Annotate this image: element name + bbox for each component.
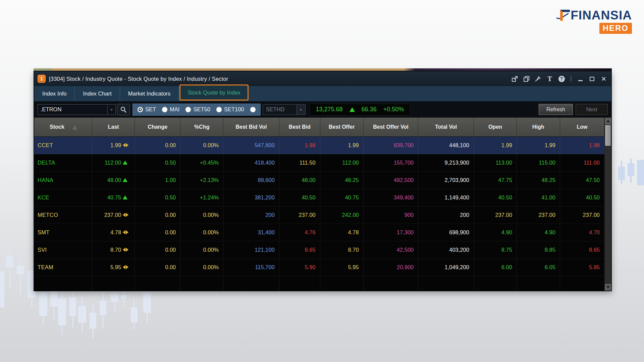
table-row-ccet[interactable]: CCET1.990.000.00%547,8001.981.99839,7004… — [34, 136, 604, 154]
filter-toolbar: .ETRON ˅ SETMAISET50SET100 SETHD ˅ 13,27… — [34, 102, 611, 118]
table-header-row: Stock△LastChange%ChgBest Bid VolBest Bid… — [34, 118, 604, 136]
tab-index-info[interactable]: Index Info — [34, 86, 75, 101]
cell-last: 237.00 — [92, 206, 135, 224]
radio-label: MAI — [170, 106, 179, 113]
close-icon[interactable]: ✕ — [600, 75, 607, 82]
cell-pct-chg: 0.00% — [180, 136, 223, 154]
empty-filler-row — [34, 276, 604, 291]
column-header-best-bid-vol[interactable]: Best Bid Vol — [223, 118, 279, 136]
table-row-smt[interactable]: SMT4.780.000.00%31,4004.764.7817,300698,… — [34, 224, 604, 241]
cell-best-bid: 4.76 — [279, 224, 320, 241]
pin-icon[interactable] — [535, 75, 541, 82]
table-row-delta[interactable]: DELTA112.000.50+0.45%418,400111.50112.00… — [34, 154, 604, 171]
cell-total-vol: 200 — [418, 206, 474, 224]
column-header-total-vol[interactable]: Total Vol — [418, 118, 474, 136]
column-header-open[interactable]: Open — [474, 118, 517, 136]
cell-open: 113.00 — [474, 154, 517, 171]
refresh-button[interactable]: Refresh — [539, 104, 573, 115]
market-radio-group: SETMAISET50SET100 — [132, 104, 261, 116]
cell-change: 0.00 — [135, 258, 180, 276]
popout-icon[interactable] — [511, 75, 518, 82]
cell-best-bid-vol: 121,100 — [223, 241, 279, 258]
cell-total-vol: 403,200 — [418, 241, 474, 258]
text-size-icon[interactable]: T — [546, 75, 553, 82]
maximize-icon[interactable] — [589, 75, 595, 82]
next-button[interactable]: Next — [576, 104, 608, 115]
cell-best-offer: 48.25 — [320, 171, 363, 189]
cell-high: 41.00 — [517, 189, 560, 206]
table-row-team[interactable]: TEAM5.950.000.00%115,7005.905.9520,9001,… — [34, 258, 604, 276]
candlestick-decoration — [17, 254, 24, 295]
chevron-down-icon[interactable]: ˅ — [107, 105, 115, 115]
scroll-up-button[interactable] — [605, 118, 611, 124]
tab-index-chart[interactable]: Index Chart — [75, 86, 120, 101]
cell-high: 115.00 — [517, 154, 560, 171]
cell-total-vol: 1,049,200 — [418, 258, 474, 276]
vertical-scrollbar[interactable] — [604, 118, 611, 291]
cell-best-offer: 1.99 — [320, 136, 363, 154]
symbol-input[interactable]: .ETRON ˅ — [38, 104, 116, 115]
cell-high: 48.25 — [517, 171, 560, 189]
table-row-metco[interactable]: METCO237.000.000.00%200237.00242.0090020… — [34, 206, 604, 224]
search-button[interactable] — [117, 104, 130, 115]
radio-set50[interactable]: SET50 — [185, 106, 210, 113]
scroll-down-button[interactable] — [605, 284, 611, 291]
stock-quote-window: 1 [3304] Stock / Industry Quote - Stock … — [34, 71, 612, 291]
column-header-high[interactable]: High — [517, 118, 560, 136]
quote-table-area: Stock△LastChange%ChgBest Bid VolBest Bid… — [34, 118, 611, 291]
table-row-hana[interactable]: HANA48.001.00+2.13%89,60048.0048.25492,5… — [34, 171, 604, 189]
index-value: 13,275.68 — [316, 106, 343, 113]
cell-symbol: SMT — [34, 224, 92, 241]
radio-label: SET50 — [193, 106, 210, 113]
cell-best-bid: 1.98 — [279, 136, 320, 154]
cell-high: 237.00 — [517, 206, 560, 224]
column-header-low[interactable]: Low — [560, 118, 604, 136]
radio-set100[interactable]: SET100 — [216, 106, 244, 113]
radio-unlabeled[interactable] — [250, 107, 256, 112]
scroll-down-arrow-icon — [606, 286, 610, 289]
table-row-svi[interactable]: SVI8.700.000.00%121,1008.658.7042,500403… — [34, 241, 604, 258]
sort-triangle-icon: △ — [73, 125, 76, 130]
price-up-icon — [123, 161, 127, 165]
cell-low: 1.98 — [560, 136, 604, 154]
cell-pct-chg: 0.00% — [180, 206, 223, 224]
candlestick-decoration — [637, 160, 644, 185]
cell-best-bid-vol: 547,800 — [223, 136, 279, 154]
radio-set[interactable]: SET — [138, 106, 156, 113]
column-header-change[interactable]: Change — [135, 118, 180, 136]
index-up-triangle-icon — [350, 107, 355, 112]
market-dropdown[interactable]: SETHD ˅ — [263, 104, 306, 115]
cell-open: 8.75 — [474, 241, 517, 258]
cell-best-offer-vol: 17,300 — [363, 224, 418, 241]
help-icon[interactable]: ? — [558, 75, 565, 82]
radio-label: SET — [145, 106, 156, 113]
radio-label: SET100 — [224, 106, 244, 113]
price-unchanged-icon — [123, 143, 128, 147]
empty-cell — [363, 276, 418, 291]
cell-best-offer: 4.78 — [320, 224, 363, 241]
duplicate-icon[interactable] — [523, 75, 530, 82]
separator: | — [570, 75, 572, 82]
cell-low: 111.00 — [560, 154, 604, 171]
cell-high: 8.85 — [517, 241, 560, 258]
table-row-kce[interactable]: KCE40.750.50+1.24%381,20040.5040.75349,4… — [34, 189, 604, 206]
minimize-icon[interactable] — [577, 75, 584, 82]
cell-last: 4.78 — [92, 224, 135, 241]
tab-stock-quote-by-index[interactable]: Stock Quote by Index — [179, 84, 249, 101]
candlestick-decoration — [0, 272, 4, 307]
column-header-last[interactable]: Last — [92, 118, 135, 136]
tab-market-indicators[interactable]: Market Indicators — [120, 86, 179, 101]
candlestick-decoration — [90, 304, 96, 338]
cell-last: 112.00 — [92, 154, 135, 171]
column-header-stock[interactable]: Stock△ — [34, 118, 92, 136]
column-header-best-offer[interactable]: Best Offer — [320, 118, 363, 136]
radio-mai[interactable]: MAI — [162, 106, 179, 113]
scrollbar-thumb[interactable] — [605, 125, 611, 146]
cell-pct-chg: 0.00% — [180, 241, 223, 258]
window-titlebar: 1 [3304] Stock / Industry Quote - Stock … — [34, 71, 611, 86]
cell-best-bid-vol: 115,700 — [223, 258, 279, 276]
candlestick-decoration — [628, 159, 634, 183]
column-header--chg[interactable]: %Chg — [180, 118, 223, 136]
column-header-best-bid[interactable]: Best Bid — [279, 118, 320, 136]
column-header-best-offer-vol[interactable]: Best Offer Vol — [363, 118, 418, 136]
